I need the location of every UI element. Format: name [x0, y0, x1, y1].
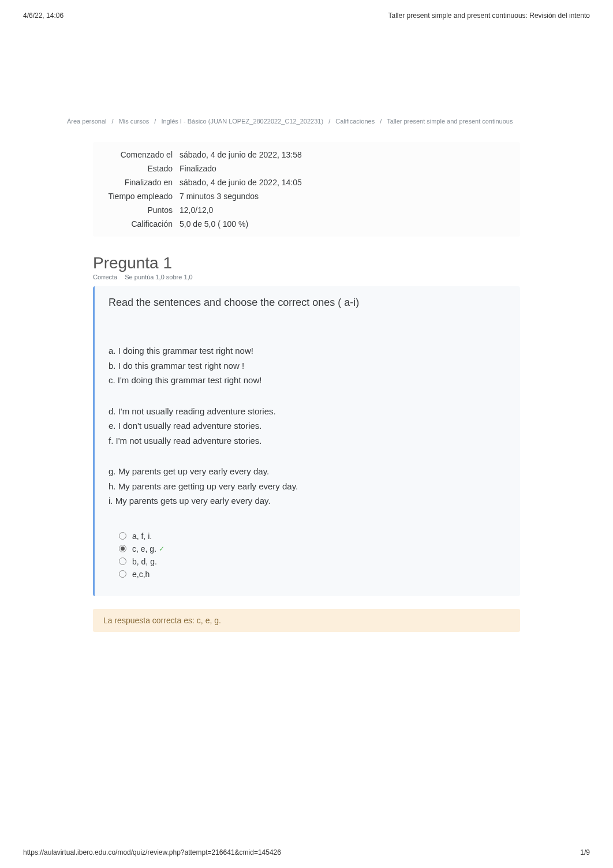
feedback-text: La respuesta correcta es: c, e, g. — [103, 616, 221, 625]
feedback-box: La respuesta correcta es: c, e, g. — [93, 609, 520, 632]
print-header: 4/6/22, 14:06 Taller present simple and … — [0, 0, 613, 20]
question-line: e. I don't usually read adventure storie… — [109, 418, 506, 433]
summary-row: Estado Finalizado — [93, 162, 520, 175]
question-line: b. I do this grammar test right now ! — [109, 358, 506, 373]
option-row[interactable]: c, e, g. ✓ — [119, 544, 506, 553]
breadcrumb-item[interactable]: Mis cursos — [119, 118, 149, 125]
summary-label: Comenzado el — [93, 150, 180, 159]
option-label: e,c,h — [132, 570, 149, 579]
question-status: Correcta — [93, 274, 117, 280]
summary-value: Finalizado — [180, 164, 520, 173]
footer-url: https://aulavirtual.ibero.edu.co/mod/qui… — [23, 848, 281, 856]
question-content: Read the sentences and choose the correc… — [93, 286, 520, 596]
summary-value: sábado, 4 de junio de 2022, 14:05 — [180, 178, 520, 187]
summary-row: Tiempo empleado 7 minutos 3 segundos — [93, 189, 520, 203]
question-line: h. My parents are getting up very early … — [109, 479, 506, 494]
breadcrumb-item[interactable]: Área personal — [67, 118, 107, 125]
breadcrumb-separator: / — [112, 118, 114, 125]
breadcrumb-separator: / — [154, 118, 156, 125]
summary-label: Estado — [93, 164, 180, 173]
summary-label: Calificación — [93, 219, 180, 229]
question-line: a. I doing this grammar test right now! — [109, 343, 506, 358]
question-score: Se puntúa 1,0 sobre 1,0 — [125, 274, 192, 280]
summary-value: 5,0 de 5,0 ( 100 %) — [180, 219, 520, 229]
question-line: i. My parents gets up very early every d… — [109, 493, 506, 508]
breadcrumb: Área personal / Mis cursos / Inglés I - … — [67, 118, 546, 125]
summary-value: 12,0/12,0 — [180, 205, 520, 215]
question-title: Pregunta 1 — [93, 254, 520, 272]
attempt-summary: Comenzado el sábado, 4 de junio de 2022,… — [93, 142, 520, 237]
summary-label: Puntos — [93, 205, 180, 215]
question-line: g. My parents get up very early every da… — [109, 464, 506, 479]
breadcrumb-separator: / — [328, 118, 330, 125]
option-row[interactable]: e,c,h — [119, 570, 506, 579]
summary-row: Puntos 12,0/12,0 — [93, 203, 520, 217]
option-label: b, d, g. — [132, 557, 157, 566]
radio-icon[interactable] — [119, 558, 126, 565]
question-prompt: Read the sentences and choose the correc… — [109, 297, 506, 309]
breadcrumb-item[interactable]: Calificaciones — [335, 118, 375, 125]
summary-value: sábado, 4 de junio de 2022, 13:58 — [180, 150, 520, 159]
summary-row: Finalizado en sábado, 4 de junio de 2022… — [93, 175, 520, 189]
radio-icon[interactable] — [119, 532, 126, 540]
summary-label: Finalizado en — [93, 178, 180, 187]
correct-icon: ✓ — [159, 545, 165, 553]
option-row[interactable]: a, f, i. — [119, 532, 506, 541]
question-line: d. I'm not usually reading adventure sto… — [109, 404, 506, 419]
option-label: a, f, i. — [132, 532, 152, 541]
summary-row: Comenzado el sábado, 4 de junio de 2022,… — [93, 148, 520, 162]
print-footer: https://aulavirtual.ibero.edu.co/mod/qui… — [23, 848, 590, 856]
question-meta: Correcta Se puntúa 1,0 sobre 1,0 — [93, 274, 520, 280]
option-label: c, e, g. — [132, 544, 156, 553]
radio-icon[interactable] — [119, 570, 126, 578]
question-line: f. I'm not usually read adventure storie… — [109, 433, 506, 448]
breadcrumb-item[interactable]: Taller present simple and present contin… — [387, 118, 513, 125]
summary-label: Tiempo empleado — [93, 192, 180, 201]
breadcrumb-separator: / — [380, 118, 382, 125]
summary-value: 7 minutos 3 segundos — [180, 192, 520, 201]
question-line: c. I'm doing this grammar test right now… — [109, 373, 506, 388]
answer-options: a, f, i. c, e, g. ✓ b, d, g. e,c,h — [119, 532, 506, 579]
footer-page: 1/9 — [580, 848, 590, 856]
breadcrumb-item[interactable]: Inglés I - Básico (JUAN LOPEZ_28022022_C… — [161, 118, 323, 125]
summary-row: Calificación 5,0 de 5,0 ( 100 %) — [93, 217, 520, 231]
option-row[interactable]: b, d, g. — [119, 557, 506, 566]
radio-icon[interactable] — [119, 545, 126, 552]
print-timestamp: 4/6/22, 14:06 — [23, 12, 63, 20]
question-block: Pregunta 1 Correcta Se puntúa 1,0 sobre … — [93, 254, 520, 596]
print-doc-title: Taller present simple and present contin… — [388, 12, 590, 20]
